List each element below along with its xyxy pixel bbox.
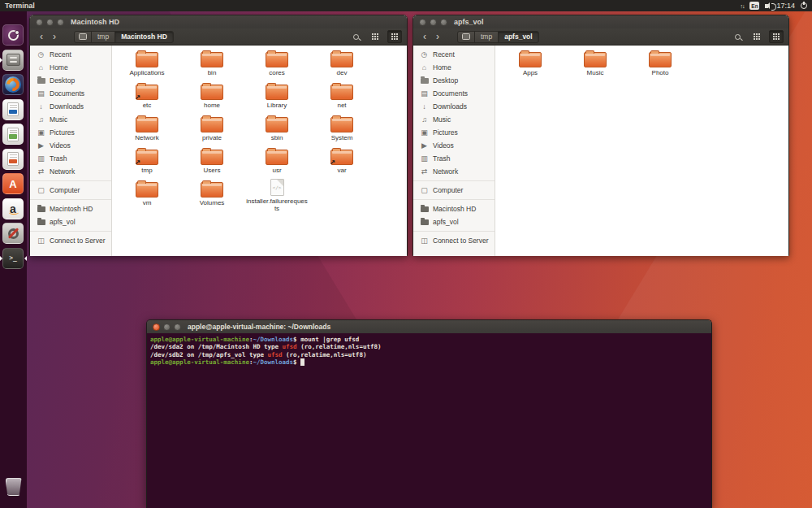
sidebar-item-documents[interactable]: ▤Documents <box>30 87 111 100</box>
titlebar[interactable]: apple@apple-virtual-machine: ~/Downloads <box>147 320 711 333</box>
ubuntu-dash-icon <box>2 24 24 46</box>
search-button[interactable] <box>348 30 363 43</box>
file-item-dev[interactable]: dev <box>309 49 374 81</box>
forward-button[interactable]: › <box>431 33 444 41</box>
titlebar[interactable]: Macintosh HD <box>30 15 407 28</box>
sidebar-item-downloads[interactable]: ↓Downloads <box>30 100 111 113</box>
forward-button[interactable]: › <box>48 33 61 41</box>
file-item-apps[interactable]: Apps <box>498 49 563 81</box>
close-button[interactable] <box>153 323 160 331</box>
back-button[interactable]: ‹ <box>35 33 48 41</box>
session-menu-icon[interactable] <box>801 2 807 9</box>
titlebar[interactable]: apfs_vol <box>413 15 788 28</box>
minimize-button[interactable] <box>46 19 54 26</box>
file-item-usr[interactable]: usr <box>244 146 309 179</box>
launcher-item-ubuntu-dash[interactable] <box>2 24 24 46</box>
sidebar-item-documents[interactable]: ▤Documents <box>413 87 495 100</box>
list-view-button[interactable] <box>368 30 382 43</box>
sidebar-item-computer[interactable]: ▢Computer <box>413 184 495 197</box>
file-item-home[interactable]: home <box>179 81 244 114</box>
list-view-button[interactable] <box>749 30 764 43</box>
back-button[interactable]: ‹ <box>418 33 431 41</box>
launcher-trash-button[interactable] <box>2 476 24 501</box>
terminal-output[interactable]: apple@apple-virtual-machine:~/Downloads$… <box>147 333 711 508</box>
sidebar-item-macintosh-hd[interactable]: Macintosh HD <box>413 202 495 215</box>
close-button[interactable] <box>36 19 43 26</box>
file-item-library[interactable]: Library <box>244 81 309 114</box>
grid-view-button[interactable] <box>769 30 784 43</box>
keyboard-layout-indicator[interactable]: En <box>749 2 759 10</box>
close-button[interactable] <box>419 19 426 26</box>
clock[interactable]: 17:14 <box>776 2 795 10</box>
sidebar-item-trash[interactable]: ▥Trash <box>413 152 495 165</box>
sidebar-item-trash[interactable]: ▥Trash <box>30 152 111 165</box>
launcher-item-terminal[interactable]: >_ <box>2 248 24 270</box>
file-item-private[interactable]: private <box>179 114 244 146</box>
file-item-bin[interactable]: bin <box>179 49 244 81</box>
sidebar-item-connect-to-server[interactable]: ◫Connect to Server <box>413 234 495 247</box>
list-view-icon <box>754 33 755 35</box>
file-item-system[interactable]: System <box>309 114 374 146</box>
sidebar-item-home[interactable]: ⌂Home <box>30 61 111 74</box>
running-indicator <box>0 58 5 63</box>
launcher-item-amazon[interactable]: a <box>2 198 24 220</box>
minimize-button[interactable] <box>430 19 437 26</box>
sidebar-item-label: Pictures <box>433 128 458 137</box>
volume-icon[interactable] <box>765 4 768 8</box>
sidebar-item-computer[interactable]: ▢Computer <box>30 184 111 197</box>
sidebar-item-videos[interactable]: ▶Videos <box>30 139 111 152</box>
crumb-macintosh-hd[interactable]: Macintosh HD <box>114 31 174 43</box>
file-item-volumes[interactable]: Volumes <box>179 179 244 211</box>
file-item-tmp[interactable]: ↗tmp <box>114 146 179 179</box>
file-item-music[interactable]: Music <box>563 49 628 81</box>
sidebar-item-apfs-vol[interactable]: apfs_vol <box>413 215 495 228</box>
crumb-filesystem[interactable] <box>74 31 92 43</box>
sidebar-item-pictures[interactable]: ▣Pictures <box>413 126 495 139</box>
maximize-button[interactable] <box>440 19 447 26</box>
crumb-tmp[interactable]: tmp <box>91 31 115 43</box>
launcher-item-libreoffice-impress[interactable] <box>2 149 24 171</box>
file-item-installer-failurerequests[interactable]: </>installer.failurerequests <box>244 179 309 211</box>
file-item-net[interactable]: net <box>309 81 374 114</box>
sidebar-item-connect-to-server[interactable]: ◫Connect to Server <box>30 234 111 247</box>
file-item-applications[interactable]: Applications <box>114 49 179 81</box>
sidebar-item-network[interactable]: ⇄Network <box>30 165 111 178</box>
crumb-apfs-vol[interactable]: apfs_vol <box>498 31 539 43</box>
sidebar-item-recent[interactable]: ◷Recent <box>30 48 111 61</box>
file-item-var[interactable]: ↗var <box>309 146 374 179</box>
sidebar-item-network[interactable]: ⇄Network <box>413 165 495 178</box>
sidebar-item-apfs-vol[interactable]: apfs_vol <box>30 215 111 228</box>
minimize-button[interactable] <box>163 323 171 331</box>
sidebar-item-desktop[interactable]: Desktop <box>413 74 495 87</box>
crumb-filesystem[interactable] <box>457 31 475 43</box>
network-indicator-icon[interactable]: ↑↓ <box>740 3 744 9</box>
sidebar-item-music[interactable]: ♫Music <box>413 113 495 126</box>
file-item-cores[interactable]: cores <box>244 49 309 81</box>
sidebar-item-music[interactable]: ♫Music <box>30 113 111 126</box>
sidebar-item-pictures[interactable]: ▣Pictures <box>30 126 111 139</box>
grid-view-button[interactable] <box>387 30 402 43</box>
file-item-network[interactable]: Network <box>114 114 179 146</box>
search-button[interactable] <box>730 30 745 43</box>
launcher-item-libreoffice-writer[interactable] <box>2 99 24 121</box>
sidebar-item-home[interactable]: ⌂Home <box>413 61 495 74</box>
sidebar-item-recent[interactable]: ◷Recent <box>413 48 495 61</box>
maximize-button[interactable] <box>57 19 64 26</box>
launcher-item-files[interactable] <box>2 50 24 72</box>
file-item-users[interactable]: Users <box>179 146 244 179</box>
launcher-item-firefox[interactable] <box>2 74 24 96</box>
sidebar-item-desktop[interactable]: Desktop <box>30 74 111 87</box>
file-item-photo[interactable]: Photo <box>628 49 693 81</box>
sidebar-item-label: Trash <box>50 154 67 163</box>
sidebar-item-videos[interactable]: ▶Videos <box>413 139 495 152</box>
launcher-item-system-settings[interactable] <box>2 223 24 245</box>
launcher-item-libreoffice-calc[interactable] <box>2 124 24 145</box>
file-item-vm[interactable]: vm <box>114 179 179 211</box>
sidebar-item-downloads[interactable]: ↓Downloads <box>413 100 495 113</box>
file-item-sbin[interactable]: sbin <box>244 114 309 146</box>
file-item-etc[interactable]: ↗etc <box>114 81 179 114</box>
crumb-tmp[interactable]: tmp <box>474 31 499 43</box>
sidebar-item-macintosh-hd[interactable]: Macintosh HD <box>30 202 111 215</box>
launcher-item-ubuntu-software[interactable]: A <box>2 173 24 195</box>
maximize-button[interactable] <box>174 323 181 331</box>
